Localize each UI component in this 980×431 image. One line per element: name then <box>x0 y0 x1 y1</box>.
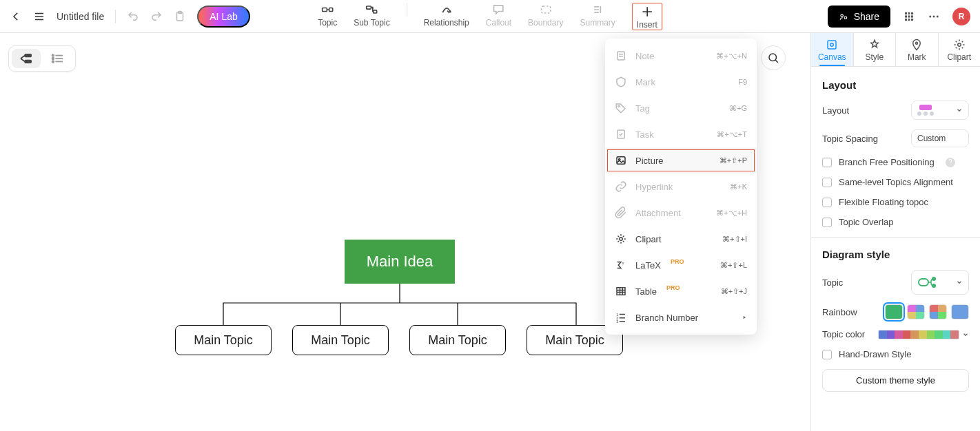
topic-spacing-select[interactable]: Custom <box>911 129 969 147</box>
insert-table[interactable]: Table PRO ⌘+⇧+J <box>605 278 757 304</box>
insert-task[interactable]: Task ⌘+⌥+T <box>605 121 757 147</box>
more-icon[interactable] <box>928 10 940 23</box>
insert-latex-shortcut: ⌘+⇧+L <box>720 261 747 270</box>
svg-point-45 <box>958 43 961 47</box>
rainbow-swatch-2[interactable] <box>907 304 925 319</box>
menu-icon[interactable] <box>33 10 45 23</box>
tab-clipart[interactable]: Clipart <box>938 33 981 66</box>
topic-color-label: Topic color <box>822 329 865 339</box>
tab-mark[interactable]: Mark <box>895 33 938 66</box>
insert-latex[interactable]: x LaTeX PRO ⌘+⇧+L <box>605 252 757 278</box>
chevron-down-icon <box>956 107 963 114</box>
right-panel: Canvas Style Mark Clipart Layout Layout <box>810 33 980 431</box>
main-area: Main Idea Main Topic Main Topic Main Top… <box>0 33 980 431</box>
topic-style-thumb-icon <box>917 274 946 291</box>
topic-style-select[interactable] <box>911 270 969 295</box>
right-panel-body: Layout Layout Topic Spacing Custom <box>811 67 980 406</box>
insert-clipart[interactable]: Clipart ⌘+⇧+I <box>605 226 757 252</box>
insert-note-label: Note <box>635 51 654 61</box>
tool-summary[interactable]: Summary <box>580 3 615 28</box>
branch-number-icon: 123 <box>615 311 627 324</box>
toolbar-left: Untitled file AI Lab <box>10 6 250 28</box>
insert-mark-label: Mark <box>635 77 655 87</box>
main-topic-node[interactable]: Main Topic <box>409 325 506 355</box>
tool-insert[interactable]: Insert <box>637 5 657 30</box>
main-topic-node[interactable]: Main Topic <box>292 325 389 355</box>
custom-theme-button[interactable]: Custom theme style <box>822 369 969 392</box>
insert-mark[interactable]: Mark F9 <box>605 69 757 95</box>
insert-table-label: Table <box>635 286 657 297</box>
canvas-search-button[interactable] <box>761 45 786 70</box>
insert-note[interactable]: Note ⌘+⌥+N <box>605 43 757 69</box>
tool-callout[interactable]: Callout <box>486 3 511 28</box>
back-icon[interactable] <box>10 10 22 23</box>
tool-boundary[interactable]: Boundary <box>528 3 563 28</box>
svg-point-27 <box>929 15 931 17</box>
insert-tag[interactable]: Tag ⌘+G <box>605 95 757 121</box>
layout-select[interactable] <box>911 101 969 120</box>
apps-icon[interactable] <box>903 10 915 23</box>
svg-text:3: 3 <box>616 319 618 324</box>
insert-clipart-label: Clipart <box>635 234 662 244</box>
callout-icon <box>491 3 505 17</box>
hyperlink-icon <box>615 180 627 193</box>
tool-relationship-label: Relationship <box>424 18 469 28</box>
topic-overlap-checkbox[interactable]: Topic Overlap <box>822 217 969 227</box>
branch-free-checkbox[interactable]: Branch Free Positioning ? <box>822 157 969 167</box>
insert-note-shortcut: ⌘+⌥+N <box>716 52 747 61</box>
tool-callout-label: Callout <box>486 18 511 28</box>
topic-color-select[interactable] <box>878 330 969 339</box>
svg-rect-54 <box>617 157 625 165</box>
insert-hyperlink[interactable]: Hyperlink ⌘+K <box>605 174 757 200</box>
paste-icon[interactable] <box>174 10 186 23</box>
rainbow-swatch-3[interactable] <box>929 304 947 319</box>
subtopic-icon <box>365 3 378 17</box>
insert-attachment[interactable]: Attachment ⌘+⌥+H <box>605 200 757 226</box>
svg-point-17 <box>844 17 847 19</box>
svg-rect-22 <box>908 15 910 17</box>
share-icon <box>839 12 848 21</box>
rainbow-swatch-4[interactable] <box>951 304 969 319</box>
undo-icon[interactable] <box>127 10 139 23</box>
hand-drawn-checkbox[interactable]: Hand-Drawn Style <box>822 349 969 359</box>
svg-rect-23 <box>911 15 913 17</box>
toolbar-right: Share R <box>828 6 970 28</box>
insert-attachment-label: Attachment <box>635 208 681 218</box>
rainbow-swatch-1[interactable] <box>885 304 903 319</box>
ai-lab-button[interactable]: AI Lab <box>197 6 249 28</box>
view-mindmap-button[interactable] <box>12 49 41 68</box>
insert-branch-number[interactable]: 123 Branch Number <box>605 304 757 330</box>
main-topic-node[interactable]: Main Topic <box>175 325 272 355</box>
tab-style[interactable]: Style <box>853 33 896 66</box>
svg-point-29 <box>937 15 939 17</box>
checkbox-icon <box>822 218 832 227</box>
svg-point-28 <box>933 15 935 17</box>
tool-subtopic[interactable]: Sub Topic <box>354 3 389 28</box>
svg-point-52 <box>618 105 620 107</box>
info-icon[interactable]: ? <box>946 158 955 167</box>
tool-boundary-label: Boundary <box>528 18 563 28</box>
same-level-checkbox[interactable]: Same-level Topics Alignment <box>822 177 969 187</box>
tool-insert-wrap: Insert <box>632 3 662 30</box>
insert-task-shortcut: ⌘+⌥+T <box>717 130 747 139</box>
svg-line-31 <box>21 59 25 61</box>
checkbox-icon <box>822 350 832 359</box>
insert-picture[interactable]: Picture ⌘+⇧+P <box>605 147 757 174</box>
svg-rect-42 <box>828 41 836 49</box>
view-outline-button[interactable] <box>43 49 72 68</box>
svg-rect-32 <box>25 54 31 57</box>
layout-label: Layout <box>822 105 849 116</box>
flex-float-checkbox[interactable]: Flexible Floating topoc <box>822 197 969 207</box>
redo-icon[interactable] <box>150 10 163 23</box>
top-toolbar: Untitled file AI Lab Topic Sub Topic Rel… <box>0 0 980 33</box>
tool-topic[interactable]: Topic <box>318 3 337 28</box>
svg-line-41 <box>775 60 778 63</box>
share-button[interactable]: Share <box>828 6 890 28</box>
tag-icon <box>615 102 627 114</box>
tool-relationship[interactable]: Relationship <box>424 3 469 28</box>
svg-rect-24 <box>905 19 907 21</box>
tab-canvas[interactable]: Canvas <box>811 33 853 66</box>
user-avatar[interactable]: R <box>952 8 970 25</box>
file-name[interactable]: Untitled file <box>57 11 104 22</box>
central-topic[interactable]: Main Idea <box>345 240 455 284</box>
